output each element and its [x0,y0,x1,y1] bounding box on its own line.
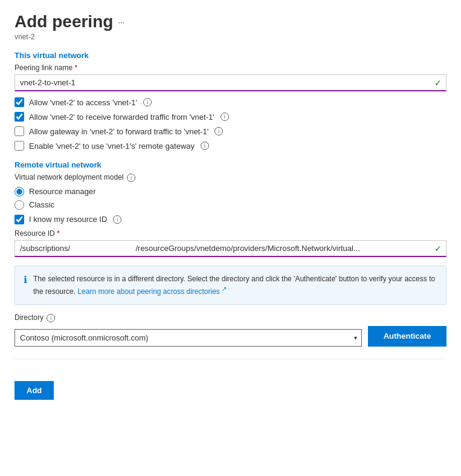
checkbox-row-1: Allow 'vnet-2' to access 'vnet-1' i [15,97,446,107]
know-resource-id-info-icon[interactable]: i [113,215,121,224]
allow-gateway-forward-info-icon[interactable]: i [214,127,223,135]
resource-id-label: Resource ID * [15,229,446,238]
peering-link-check-icon: ✓ [434,78,442,88]
required-indicator: * [74,64,77,72]
page-title: Add peering [15,12,113,31]
checkbox-row-3: Allow gateway in 'vnet-2' to forward tra… [15,126,446,136]
allow-access-info-icon[interactable]: i [143,98,152,106]
deployment-model-label: Virtual network deployment model i [15,173,446,182]
directory-select-wrapper: Contoso (microsoft.onmicrosoft.com) ▾ [15,329,362,347]
resource-id-required: * [57,229,60,238]
allow-gateway-forward-checkbox[interactable] [15,126,24,136]
directory-info-icon[interactable]: i [47,314,55,322]
page-subtitle: vnet-2 [15,33,446,41]
remote-virtual-network-label: Remote virtual network [15,160,446,169]
add-button[interactable]: Add [15,381,54,400]
info-banner: ℹ The selected resource is in a differen… [15,266,446,305]
checkbox-row-2: Allow 'vnet-2' to receive forwarded traf… [15,112,446,122]
peering-link-name-label: Peering link name * [15,64,446,72]
resource-manager-label: Resource manager [29,187,96,196]
allow-forwarded-info-icon[interactable]: i [221,112,229,121]
info-banner-text: The selected resource is in a different … [33,273,437,297]
authenticate-button[interactable]: Authenticate [368,326,446,347]
directory-label: Directory i [15,313,446,322]
directory-row: Contoso (microsoft.onmicrosoft.com) ▾ Au… [15,326,446,347]
ellipsis-menu[interactable]: ··· [118,18,124,27]
allow-gateway-forward-label: Allow gateway in 'vnet-2' to forward tra… [29,127,208,136]
directory-select[interactable]: Contoso (microsoft.onmicrosoft.com) [15,329,362,347]
enable-remote-gateway-label: Enable 'vnet-2' to use 'vnet-1's' remote… [29,142,195,151]
radio-row-resource-manager: Resource manager [15,187,446,197]
enable-remote-gateway-checkbox[interactable] [15,141,24,151]
allow-forwarded-label: Allow 'vnet-2' to receive forwarded traf… [29,112,214,122]
checkbox-row-4: Enable 'vnet-2' to use 'vnet-1's' remote… [15,141,446,151]
deployment-model-info-icon[interactable]: i [127,174,135,182]
classic-radio[interactable] [15,200,24,210]
radio-row-classic: Classic [15,200,446,210]
enable-remote-gateway-info-icon[interactable]: i [201,142,209,150]
know-resource-id-checkbox[interactable] [15,215,24,224]
resource-manager-radio[interactable] [15,187,24,197]
peering-link-name-wrapper: ✓ [15,74,446,91]
info-banner-icon: ℹ [24,274,27,285]
resource-id-input[interactable] [15,240,446,257]
allow-access-checkbox[interactable] [15,97,24,107]
peering-learn-more-link[interactable]: Learn more about peering across director… [77,287,227,296]
resource-id-check-icon: ✓ [434,244,442,253]
classic-label: Classic [29,200,54,209]
allow-access-label: Allow 'vnet-2' to access 'vnet-1' [29,98,137,107]
know-resource-id-label: I know my resource ID [29,215,107,224]
resource-id-wrapper: ✓ [15,240,446,257]
bottom-bar: Add [15,359,446,400]
this-virtual-network-label: This virtual network [15,51,446,60]
peering-link-name-input[interactable] [15,74,446,91]
allow-forwarded-checkbox[interactable] [15,112,24,122]
checkbox-row-resource-id: I know my resource ID i [15,215,446,224]
